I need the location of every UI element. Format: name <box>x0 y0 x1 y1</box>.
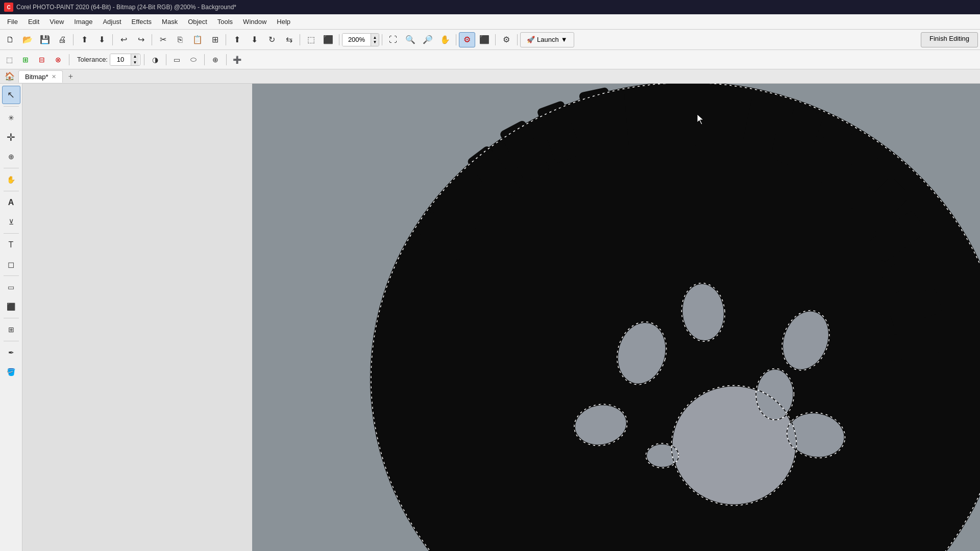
image-canvas <box>252 84 980 551</box>
add-mask-btn[interactable]: ⊞ <box>18 53 33 67</box>
freehand-mask-btn[interactable]: ✳ <box>2 109 20 127</box>
gear-svg <box>252 84 980 551</box>
transform-dn[interactable]: ⬇ <box>246 32 262 47</box>
flip-btn[interactable]: ⇆ <box>281 32 297 47</box>
select-all[interactable]: ⬚ <box>303 32 319 47</box>
shape-tool-btn[interactable]: ▭ <box>2 278 20 296</box>
add-tab-button[interactable]: + <box>65 70 77 83</box>
transform-up[interactable]: ⬆ <box>229 32 245 47</box>
menu-bar: File Edit View Image Adjust Effects Mask… <box>0 14 980 30</box>
launch-button[interactable]: 🚀 Launch ▼ <box>520 32 574 47</box>
pan-btn[interactable]: ✋ <box>437 32 453 47</box>
launch-icon: 🚀 <box>527 36 535 43</box>
feather-btn[interactable]: ◑ <box>148 53 162 67</box>
menu-tools[interactable]: Tools <box>212 16 238 28</box>
tolerance-label: Tolerance: <box>77 56 108 63</box>
export-button[interactable]: ⬇ <box>93 32 110 47</box>
svg-rect-4 <box>667 84 698 146</box>
sep5 <box>300 34 300 45</box>
bitmap-tab[interactable]: Bitmap* ✕ <box>18 70 63 83</box>
paint-brush-btn[interactable]: T <box>2 236 20 254</box>
clone-tool-btn[interactable]: ⊞ <box>2 320 20 339</box>
ellipse-sel-btn[interactable]: ⬭ <box>186 53 201 67</box>
bitmap-tab-close[interactable]: ✕ <box>52 73 56 80</box>
menu-adjust[interactable]: Adjust <box>97 16 126 28</box>
tolerance-input[interactable] <box>110 54 131 65</box>
mask-stop-btn[interactable]: ⬛ <box>476 32 493 47</box>
menu-help[interactable]: Help <box>272 16 296 28</box>
zoom-arrow[interactable]: ▲ ▼ <box>371 34 379 46</box>
dropper-tool-btn[interactable]: ⊻ <box>2 213 20 231</box>
pan-tool-btn[interactable]: ✋ <box>2 170 20 189</box>
rect-sel-btn[interactable]: ▭ <box>170 53 184 67</box>
sec-sep4 <box>204 54 205 65</box>
pen-tool-btn[interactable]: ✒ <box>2 343 20 362</box>
sep1 <box>73 34 74 45</box>
bitmap-tab-label: Bitmap* <box>25 73 48 81</box>
app-icon: C <box>4 3 13 12</box>
finish-editing-button[interactable]: Finish Editing <box>921 32 978 47</box>
canvas-area[interactable] <box>22 84 980 551</box>
menu-window[interactable]: Window <box>238 16 272 28</box>
tool-sep7 <box>4 341 19 341</box>
eraser-tool-btn[interactable]: ◻ <box>2 255 20 273</box>
menu-mask[interactable]: Mask <box>157 16 183 28</box>
copy-button[interactable]: ⎘ <box>172 32 188 47</box>
menu-effects[interactable]: Effects <box>127 16 157 28</box>
tool-sep4 <box>4 233 19 234</box>
tab-bar: 🏠 Bitmap* ✕ + <box>0 69 980 84</box>
invert-sel-btn[interactable]: ⊕ <box>208 53 223 67</box>
sec-sep3 <box>166 54 166 65</box>
clone-button[interactable]: ⊞ <box>207 32 223 47</box>
sep9 <box>495 34 496 45</box>
import-button[interactable]: ⬆ <box>76 32 92 47</box>
sep6 <box>339 34 339 45</box>
home-tab-icon[interactable]: 🏠 <box>2 70 17 83</box>
mask-overlay-btn[interactable]: ⚙ <box>459 32 475 47</box>
menu-image[interactable]: Image <box>69 16 97 28</box>
text-tool-btn[interactable]: A <box>2 193 20 212</box>
left-tool-panel: ↖ ✳ ✛ ⊕ ✋ A ⊻ T ◻ ▭ ⬛ ⊞ ✒ 🪣 <box>0 84 22 551</box>
pattern-tool-btn[interactable]: ⬛ <box>2 297 20 316</box>
menu-view[interactable]: View <box>44 16 69 28</box>
add-to-mask-plus[interactable]: ➕ <box>230 53 244 67</box>
launch-label: Launch <box>537 36 559 43</box>
undo-button[interactable]: ↩ <box>115 32 132 47</box>
subtract-mask-btn[interactable]: ⊟ <box>35 53 49 67</box>
redo-button[interactable]: ↪ <box>133 32 149 47</box>
move-tool-btn[interactable]: ✛ <box>2 128 20 146</box>
open-button[interactable]: 📂 <box>19 32 36 47</box>
sep3 <box>152 34 152 45</box>
tolerance-down[interactable]: ▼ <box>131 60 139 66</box>
fill-tool-btn[interactable]: 🪣 <box>2 363 20 381</box>
tool-sep1 <box>4 106 19 107</box>
new-button[interactable]: 🗋 <box>2 32 18 47</box>
print-button[interactable]: 🖨 <box>54 32 70 47</box>
zoom-box: ▲ ▼ <box>342 33 379 46</box>
zoom-out[interactable]: 🔎 <box>420 32 436 47</box>
fit-page[interactable]: ⛶ <box>385 32 401 47</box>
sec-sep1 <box>69 54 69 65</box>
zoom-input[interactable] <box>342 34 371 46</box>
deselect[interactable]: ⬛ <box>320 32 336 47</box>
tolerance-up[interactable]: ▲ <box>131 54 139 60</box>
menu-edit[interactable]: Edit <box>23 16 44 28</box>
overlap-mask-btn[interactable]: ⊗ <box>51 53 65 67</box>
sep10 <box>517 34 518 45</box>
normal-mask-btn[interactable]: ⬚ <box>2 53 16 67</box>
svg-rect-3 <box>624 86 660 149</box>
secondary-toolbar: ⬚ ⊞ ⊟ ⊗ Tolerance: ▲ ▼ ◑ ▭ ⬭ ⊕ ➕ <box>0 50 980 69</box>
transform-tool-btn[interactable]: ⊕ <box>2 147 20 166</box>
zoom-in[interactable]: 🔍 <box>402 32 419 47</box>
save-button[interactable]: 💾 <box>37 32 53 47</box>
menu-object[interactable]: Object <box>183 16 212 28</box>
cut-button[interactable]: ✂ <box>155 32 171 47</box>
rotate-btn[interactable]: ↻ <box>263 32 280 47</box>
paste-button[interactable]: 📋 <box>189 32 206 47</box>
svg-rect-5 <box>706 86 742 149</box>
tolerance-arrows[interactable]: ▲ ▼ <box>131 54 139 66</box>
menu-file[interactable]: File <box>2 16 23 28</box>
select-tool-btn[interactable]: ↖ <box>2 86 20 104</box>
settings-btn[interactable]: ⚙ <box>498 32 514 47</box>
tolerance-box: ▲ ▼ <box>110 54 140 66</box>
